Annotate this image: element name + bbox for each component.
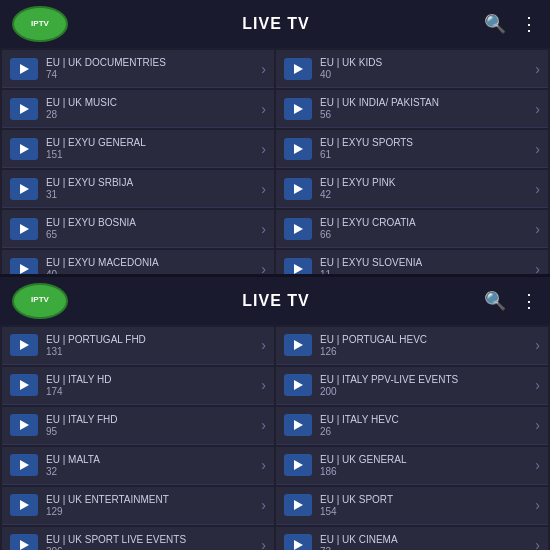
chevron-right-icon: › <box>261 221 266 237</box>
play-triangle-icon <box>294 340 303 350</box>
channel-count: 95 <box>46 426 253 437</box>
channel-item[interactable]: EU | UK SPORT LIVE EVENTS306› <box>2 527 274 551</box>
header-icons-1: 🔍 ⋮ <box>484 13 538 35</box>
play-icon <box>10 258 38 274</box>
panel-1: IPTV LIVE TV 🔍 ⋮ EU | UK DOCUMENTRIES74›… <box>0 0 550 274</box>
channel-name: EU | EXYU SPORTS <box>320 137 527 149</box>
play-icon <box>10 534 38 550</box>
channel-count: 28 <box>46 109 253 120</box>
channel-count: 56 <box>320 109 527 120</box>
channel-name: EU | EXYU CROATIA <box>320 217 527 229</box>
channel-info: EU | UK SPORT LIVE EVENTS306 <box>46 534 253 551</box>
play-icon <box>10 138 38 160</box>
play-icon <box>284 218 312 240</box>
chevron-right-icon: › <box>535 61 540 77</box>
channel-info: EU | EXYU CROATIA66 <box>320 217 527 240</box>
menu-button-1[interactable]: ⋮ <box>520 13 538 35</box>
menu-button-2[interactable]: ⋮ <box>520 290 538 312</box>
chevron-right-icon: › <box>261 457 266 473</box>
chevron-right-icon: › <box>261 181 266 197</box>
chevron-right-icon: › <box>535 261 540 274</box>
channel-item[interactable]: EU | UK MUSIC28› <box>2 90 274 128</box>
channel-info: EU | ITALY PPV-LIVE EVENTS200 <box>320 374 527 397</box>
channel-count: 131 <box>46 346 253 357</box>
channel-item[interactable]: EU | UK SPORT154› <box>276 487 548 525</box>
channel-item[interactable]: EU | EXYU GENERAL151› <box>2 130 274 168</box>
chevron-right-icon: › <box>261 417 266 433</box>
channel-count: 66 <box>320 229 527 240</box>
chevron-right-icon: › <box>261 61 266 77</box>
channel-name: EU | UK SPORT <box>320 494 527 506</box>
channel-info: EU | EXYU BOSNIA65 <box>46 217 253 240</box>
channel-name: EU | UK DOCUMENTRIES <box>46 57 253 69</box>
play-triangle-icon <box>294 460 303 470</box>
play-triangle-icon <box>20 340 29 350</box>
channel-name: EU | EXYU SRBIJA <box>46 177 253 189</box>
channel-item[interactable]: EU | UK INDIA/ PAKISTAN56› <box>276 90 548 128</box>
channel-info: EU | PORTUGAL FHD131 <box>46 334 253 357</box>
play-triangle-icon <box>294 500 303 510</box>
channel-info: EU | UK KIDS40 <box>320 57 527 80</box>
play-triangle-icon <box>294 264 303 274</box>
play-icon <box>284 494 312 516</box>
header-1: IPTV LIVE TV 🔍 ⋮ <box>0 0 550 48</box>
play-icon <box>10 414 38 436</box>
play-triangle-icon <box>20 380 29 390</box>
play-triangle-icon <box>20 184 29 194</box>
channel-item[interactable]: EU | EXYU CROATIA66› <box>276 210 548 248</box>
channel-item[interactable]: EU | PORTUGAL FHD131› <box>2 327 274 365</box>
channel-name: EU | UK INDIA/ PAKISTAN <box>320 97 527 109</box>
chevron-right-icon: › <box>535 181 540 197</box>
play-icon <box>10 98 38 120</box>
play-icon <box>284 98 312 120</box>
channel-item[interactable]: EU | ITALY PPV-LIVE EVENTS200› <box>276 367 548 405</box>
channel-info: EU | EXYU SRBIJA31 <box>46 177 253 200</box>
channel-item[interactable]: EU | ITALY HEVC26› <box>276 407 548 445</box>
play-icon <box>10 494 38 516</box>
channel-name: EU | EXYU GENERAL <box>46 137 253 149</box>
channel-item[interactable]: EU | EXYU SLOVENIA11› <box>276 250 548 274</box>
chevron-right-icon: › <box>535 537 540 550</box>
channel-count: 174 <box>46 386 253 397</box>
channel-grid-1: EU | UK DOCUMENTRIES74›EU | UK KIDS40›EU… <box>0 48 550 274</box>
search-button-1[interactable]: 🔍 <box>484 13 506 35</box>
channel-count: 306 <box>46 546 253 551</box>
channel-info: EU | ITALY FHD95 <box>46 414 253 437</box>
channel-item[interactable]: EU | PORTUGAL HEVC126› <box>276 327 548 365</box>
chevron-right-icon: › <box>535 221 540 237</box>
play-triangle-icon <box>294 104 303 114</box>
channel-info: EU | PORTUGAL HEVC126 <box>320 334 527 357</box>
channel-info: EU | EXYU MACEDONIA40 <box>46 257 253 274</box>
panel-2: IPTV LIVE TV 🔍 ⋮ EU | PORTUGAL FHD131›EU… <box>0 277 550 551</box>
channel-item[interactable]: EU | MALTA32› <box>2 447 274 485</box>
logo-2: IPTV <box>12 283 68 319</box>
play-triangle-icon <box>294 144 303 154</box>
channel-item[interactable]: EU | ITALY HD174› <box>2 367 274 405</box>
search-button-2[interactable]: 🔍 <box>484 290 506 312</box>
channel-item[interactable]: EU | ITALY FHD95› <box>2 407 274 445</box>
channel-item[interactable]: EU | UK KIDS40› <box>276 50 548 88</box>
channel-item[interactable]: EU | UK ENTERTAINMENT129› <box>2 487 274 525</box>
channel-info: EU | EXYU GENERAL151 <box>46 137 253 160</box>
channel-item[interactable]: EU | UK CINEMA73› <box>276 527 548 551</box>
channel-item[interactable]: EU | UK DOCUMENTRIES74› <box>2 50 274 88</box>
channel-name: EU | EXYU BOSNIA <box>46 217 253 229</box>
channel-item[interactable]: EU | EXYU SRBIJA31› <box>2 170 274 208</box>
play-triangle-icon <box>294 420 303 430</box>
channel-count: 126 <box>320 346 527 357</box>
header-title-1: LIVE TV <box>242 15 309 33</box>
channel-item[interactable]: EU | EXYU MACEDONIA40› <box>2 250 274 274</box>
logo-text-2: IPTV <box>31 296 49 305</box>
channel-item[interactable]: EU | EXYU SPORTS61› <box>276 130 548 168</box>
channel-item[interactable]: EU | UK GENERAL186› <box>276 447 548 485</box>
chevron-right-icon: › <box>261 141 266 157</box>
header-icons-2: 🔍 ⋮ <box>484 290 538 312</box>
play-icon <box>284 374 312 396</box>
channel-grid-2: EU | PORTUGAL FHD131›EU | PORTUGAL HEVC1… <box>0 325 550 551</box>
channel-item[interactable]: EU | EXYU BOSNIA65› <box>2 210 274 248</box>
channel-count: 65 <box>46 229 253 240</box>
play-triangle-icon <box>20 224 29 234</box>
channel-info: EU | ITALY HD174 <box>46 374 253 397</box>
play-icon <box>10 374 38 396</box>
channel-item[interactable]: EU | EXYU PINK42› <box>276 170 548 208</box>
